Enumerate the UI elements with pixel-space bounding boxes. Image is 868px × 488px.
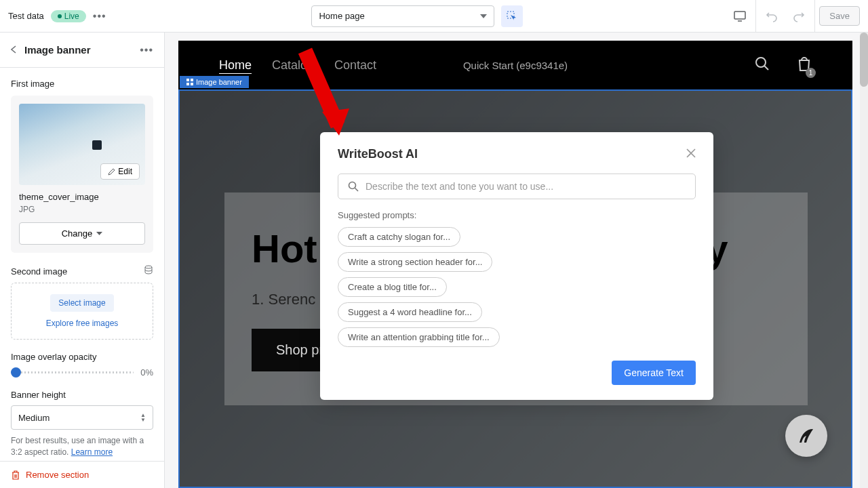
inspector-icon xyxy=(507,11,517,22)
image-content-icon xyxy=(92,140,102,150)
prompt-chip[interactable]: Write a strong section header for... xyxy=(338,252,492,272)
pencil-icon xyxy=(108,168,115,176)
topbar-center: Home page xyxy=(115,5,721,27)
learn-more-link[interactable]: Learn more xyxy=(71,447,113,457)
feather-icon xyxy=(796,426,816,446)
overlay-opacity-label: Image overlay opacity xyxy=(11,352,153,362)
dynamic-source-icon[interactable] xyxy=(144,265,153,277)
close-icon xyxy=(686,148,696,158)
cart-count-badge: 1 xyxy=(806,68,816,78)
save-button[interactable]: Save xyxy=(819,6,860,26)
banner-height-select[interactable]: Medium ▲▼ xyxy=(11,405,153,430)
svg-point-2 xyxy=(145,266,152,268)
generate-text-button[interactable]: Generate Text xyxy=(612,361,696,385)
explore-images-link[interactable]: Explore free images xyxy=(22,319,142,328)
edit-image-button[interactable]: Edit xyxy=(100,163,140,180)
slider-thumb[interactable] xyxy=(11,367,21,378)
banner-height-help: For best results, use an image with a 3:… xyxy=(11,435,153,458)
search-icon xyxy=(348,181,359,192)
select-updown-icon: ▲▼ xyxy=(140,413,146,422)
prompt-input[interactable] xyxy=(366,181,686,192)
banner-height-label: Banner height xyxy=(11,390,153,400)
search-icon xyxy=(755,56,770,71)
overlay-value: 0% xyxy=(140,367,153,378)
modal-close-button[interactable] xyxy=(686,147,696,161)
overlay-slider[interactable]: 0% xyxy=(11,367,153,378)
nav-icons: 1 xyxy=(755,56,812,75)
image-preview[interactable]: Edit xyxy=(19,104,145,185)
section-tag: Image banner xyxy=(180,76,249,88)
second-image-dropzone[interactable]: Select image Explore free images xyxy=(11,283,153,340)
writeboost-fab[interactable] xyxy=(785,415,827,457)
page-select-value: Home page xyxy=(319,11,364,21)
svg-rect-7 xyxy=(191,83,193,85)
topbar-left: Test data Live ••• xyxy=(8,10,106,22)
trash-icon xyxy=(11,470,20,480)
live-badge: Live xyxy=(51,10,86,22)
nav-catalog[interactable]: Catalog xyxy=(272,58,314,73)
section-icon xyxy=(186,79,193,85)
desktop-view-button[interactable] xyxy=(728,5,751,28)
inspect-button[interactable] xyxy=(501,5,523,27)
svg-point-8 xyxy=(349,182,356,189)
divider xyxy=(755,0,756,33)
section-tag-label: Image banner xyxy=(196,78,242,86)
topbar: Test data Live ••• Home page Save xyxy=(0,0,868,33)
second-image-label: Second image xyxy=(11,266,67,277)
remove-section-button[interactable]: Remove section xyxy=(0,461,164,488)
first-image-card: Edit theme_cover_image JPG Change xyxy=(11,96,153,253)
divider xyxy=(814,0,815,33)
undo-button[interactable] xyxy=(760,5,783,28)
cart-button[interactable]: 1 xyxy=(797,56,812,75)
svg-point-3 xyxy=(756,58,766,67)
chevron-left-icon xyxy=(11,45,16,54)
desktop-icon xyxy=(734,11,746,22)
image-filename: theme_cover_image xyxy=(19,192,145,202)
sidebar: Image banner ••• First image Edit theme_… xyxy=(0,33,165,488)
second-image-header: Second image xyxy=(11,265,153,277)
change-label: Change xyxy=(62,228,93,239)
prompt-chip[interactable]: Create a blog title for... xyxy=(338,277,447,297)
banner-height-value: Medium xyxy=(18,413,50,423)
site-nav: Home Catalog Contact Quick Start (e9c934… xyxy=(178,41,852,89)
sidebar-header: Image banner ••• xyxy=(0,33,164,68)
prompt-input-wrap[interactable] xyxy=(338,174,696,199)
svg-rect-5 xyxy=(191,79,193,81)
redo-button[interactable] xyxy=(787,5,810,28)
change-image-button[interactable]: Change xyxy=(19,222,145,245)
svg-rect-1 xyxy=(734,12,745,19)
caret-down-icon xyxy=(480,14,487,18)
more-menu-icon[interactable]: ••• xyxy=(93,10,106,22)
svg-rect-6 xyxy=(186,83,189,85)
store-name: Quick Start (e9c9341e) xyxy=(463,60,568,71)
live-dot-icon xyxy=(58,14,62,18)
suggested-prompts-label: Suggested prompts: xyxy=(338,210,696,220)
prompt-chips: Craft a catchy slogan for... Write a str… xyxy=(338,227,696,352)
test-data-label: Test data xyxy=(8,11,44,21)
modal-title: WriteBoost AI xyxy=(338,147,418,161)
undo-icon xyxy=(766,10,778,22)
canvas-scrollbar-thumb[interactable] xyxy=(860,33,868,87)
canvas-scrollbar-track[interactable] xyxy=(860,33,868,488)
back-button[interactable] xyxy=(11,44,16,56)
remove-section-label: Remove section xyxy=(26,470,89,480)
image-filetype: JPG xyxy=(19,205,145,214)
redo-icon xyxy=(793,10,805,22)
sidebar-more-icon[interactable]: ••• xyxy=(140,44,153,56)
sidebar-title: Image banner xyxy=(24,44,91,56)
search-button[interactable] xyxy=(755,56,770,75)
prompt-chip[interactable]: Suggest a 4 word headline for... xyxy=(338,302,482,322)
prompt-chip[interactable]: Craft a catchy slogan for... xyxy=(338,227,460,247)
nav-home[interactable]: Home xyxy=(219,58,252,73)
writeboost-modal: WriteBoost AI Suggested prompts: Craft a… xyxy=(320,132,713,400)
page-select[interactable]: Home page xyxy=(311,5,494,27)
modal-header: WriteBoost AI xyxy=(338,147,696,161)
modal-footer: Generate Text xyxy=(338,361,696,385)
prompt-chip[interactable]: Write an attention grabbing title for... xyxy=(338,327,500,347)
topbar-right: Save xyxy=(728,0,860,33)
caret-down-icon xyxy=(96,232,102,235)
select-image-button[interactable]: Select image xyxy=(50,294,113,312)
nav-contact[interactable]: Contact xyxy=(334,58,376,73)
slider-track[interactable] xyxy=(11,371,134,373)
first-image-label: First image xyxy=(11,79,153,89)
